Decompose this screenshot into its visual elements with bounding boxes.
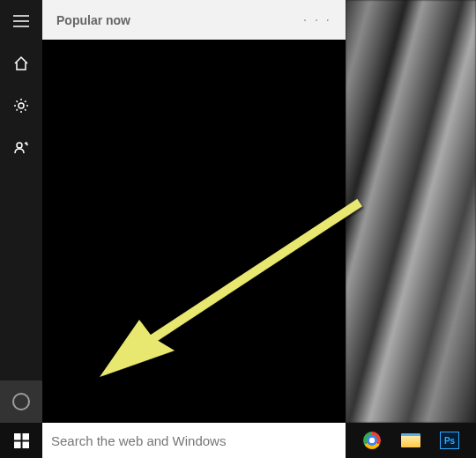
more-button[interactable]: · · · <box>303 12 331 28</box>
hamburger-icon <box>13 15 29 27</box>
gear-icon <box>13 98 29 114</box>
desktop-wallpaper <box>346 0 476 423</box>
svg-rect-9 <box>14 441 21 448</box>
search-input[interactable] <box>51 433 337 448</box>
menu-button[interactable] <box>0 0 42 42</box>
header-title: Popular now <box>56 13 130 27</box>
svg-marker-6 <box>100 320 175 377</box>
cortana-button[interactable] <box>0 380 42 423</box>
home-button[interactable] <box>0 42 42 85</box>
svg-point-4 <box>17 143 22 148</box>
cortana-content: Popular now · · · <box>42 0 346 423</box>
file-explorer-app[interactable] <box>400 430 421 451</box>
svg-point-3 <box>19 103 24 108</box>
chrome-app[interactable] <box>361 430 383 451</box>
feedback-button[interactable] <box>0 127 42 169</box>
start-button[interactable] <box>0 423 42 458</box>
photoshop-icon: Ps <box>440 432 459 449</box>
settings-button[interactable] <box>0 85 42 127</box>
taskbar-apps: Ps <box>346 423 476 458</box>
svg-rect-8 <box>22 433 29 440</box>
panel-header: Popular now · · · <box>42 0 346 40</box>
search-box[interactable] <box>42 423 346 458</box>
chrome-icon <box>363 432 381 449</box>
windows-logo-icon <box>14 433 29 448</box>
home-icon <box>13 55 29 71</box>
svg-rect-10 <box>22 441 29 448</box>
cortana-panel: Popular now · · · <box>0 0 346 423</box>
annotation-arrow <box>91 192 373 386</box>
cortana-sidebar <box>0 0 42 423</box>
feedback-icon <box>13 140 29 156</box>
taskbar: Ps <box>0 423 476 458</box>
photoshop-app[interactable]: Ps <box>439 430 460 451</box>
svg-line-5 <box>148 203 360 342</box>
folder-icon <box>401 433 420 447</box>
cortana-ring-icon <box>12 393 30 410</box>
svg-rect-7 <box>14 433 21 440</box>
